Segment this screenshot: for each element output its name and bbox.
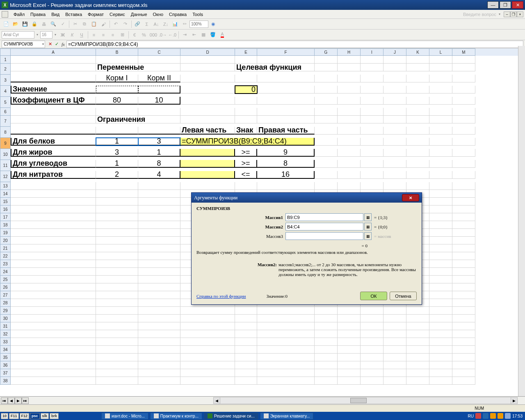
row-header[interactable]: 9 [0,138,11,149]
percent-icon[interactable]: % [139,30,148,39]
cell[interactable] [452,354,475,361]
cell[interactable] [429,315,452,322]
cell[interactable] [96,299,138,307]
cell[interactable] [11,268,96,276]
taskbar-item[interactable]: Практикум к контр... [150,413,202,420]
scroll-right-icon[interactable]: ▶ [511,397,517,404]
cell[interactable] [138,354,180,361]
cell[interactable] [338,330,361,338]
tray-icon[interactable] [498,413,503,419]
cell[interactable] [96,291,138,299]
fkey[interactable]: brk [50,413,59,419]
col-header-H[interactable]: H [338,48,361,56]
cell[interactable] [138,322,180,330]
cell[interactable] [96,190,138,198]
print-icon[interactable]: 🖶 [39,20,48,29]
cell[interactable] [338,377,361,385]
cell[interactable] [452,252,475,260]
format-painter-icon[interactable]: 🖌 [99,20,108,29]
cell[interactable] [361,369,383,377]
font-size-box[interactable]: 16 [40,31,52,39]
undo-icon[interactable]: ↶ [111,20,120,29]
dec-indent-icon[interactable]: ⇤ [189,30,199,39]
row-header[interactable]: 3 [0,75,11,86]
cell[interactable] [11,299,96,307]
cell[interactable] [383,361,406,369]
menu-service[interactable]: Сервис [107,12,128,17]
row-header[interactable]: 11 [0,160,11,171]
cell[interactable] [11,213,96,221]
cell[interactable] [452,307,475,315]
cell[interactable] [11,229,96,237]
clock[interactable]: 17:53 [512,414,523,418]
cell[interactable] [138,276,180,283]
cell[interactable] [315,315,338,322]
cell[interactable] [257,369,315,377]
cell[interactable] [257,315,315,322]
chart-icon[interactable]: 📊 [171,20,180,29]
row-header[interactable]: 22 [0,252,11,260]
cell[interactable] [429,237,452,244]
cell[interactable] [138,377,180,385]
cell[interactable] [429,377,452,385]
tab-first-icon[interactable]: ⏮ [1,397,8,404]
cell[interactable] [180,160,235,168]
cell[interactable] [383,330,406,338]
col-header-M[interactable]: M [452,48,475,56]
cell[interactable] [452,213,475,221]
cell[interactable]: Для жиров [11,149,96,157]
dialog-help-link[interactable]: Справка по этой функции [196,294,246,299]
menu-tools[interactable]: Tools [189,12,206,17]
cell[interactable] [383,377,406,385]
row-header[interactable]: 24 [0,268,11,276]
cell[interactable] [11,354,96,361]
cell[interactable] [11,330,96,338]
row-header[interactable]: 8 [0,127,11,138]
inc-indent-icon[interactable]: ⇥ [180,30,189,39]
row-header[interactable]: 14 [0,190,11,198]
cell[interactable] [452,283,475,291]
menu-edit[interactable]: Правка [27,12,48,17]
scroll-left-icon[interactable]: ◀ [214,397,220,404]
cell[interactable] [180,369,235,377]
cell[interactable] [96,346,138,354]
cell[interactable] [429,299,452,307]
row-header[interactable]: 36 [0,361,11,369]
col-header-A[interactable]: A [11,48,96,56]
cell[interactable] [429,213,452,221]
cell[interactable] [11,182,96,190]
inner-restore-icon[interactable]: ❐ [510,11,517,17]
tray-icon[interactable] [490,413,496,419]
cell[interactable]: Для нитратов [11,171,96,179]
preview-icon[interactable]: 🔍 [49,20,58,29]
dialog-close-button[interactable]: ✕ [402,194,419,201]
cell[interactable] [138,346,180,354]
cell[interactable] [96,198,138,205]
cell[interactable] [11,361,96,369]
row-header[interactable]: 26 [0,283,11,291]
row-header[interactable]: 17 [0,213,11,221]
sort-desc-icon[interactable]: Z↓ [161,20,170,29]
cell[interactable] [96,354,138,361]
cell[interactable] [429,346,452,354]
cell[interactable] [138,221,180,229]
cell[interactable] [452,221,475,229]
taskbar-item[interactable]: Экранная клавиату... [260,413,314,420]
save-icon[interactable]: 💾 [21,20,30,29]
cell[interactable] [138,244,180,252]
col-header-F[interactable]: F [257,48,315,56]
row-header[interactable]: 16 [0,205,11,213]
cell[interactable]: >= [235,149,257,157]
row-header[interactable]: 20 [0,237,11,244]
cell[interactable] [138,268,180,276]
cell[interactable] [338,307,361,315]
cell[interactable] [235,361,257,369]
italic-icon[interactable]: К [68,30,77,39]
cell[interactable] [96,86,138,94]
cell[interactable] [235,377,257,385]
col-header-E[interactable]: E [235,48,257,56]
cell[interactable] [180,361,235,369]
cell[interactable]: Целевая функция [235,64,257,71]
menu-view[interactable]: Вид [48,12,62,17]
cell[interactable]: 4 [138,171,180,179]
